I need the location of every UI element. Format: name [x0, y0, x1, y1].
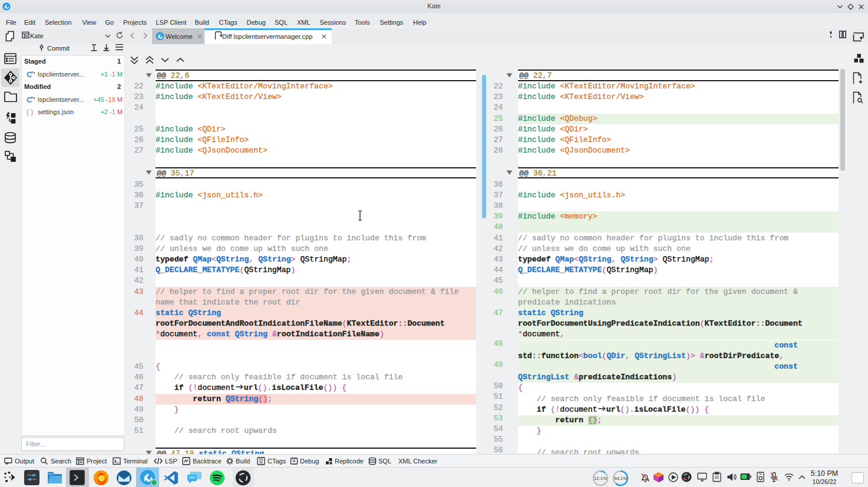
svg-text:54.1%: 54.1%: [614, 476, 627, 481]
svg-text:C: C: [27, 70, 32, 79]
svg-text:C: C: [27, 95, 32, 104]
svg-text:12.1%: 12.1%: [594, 476, 607, 481]
